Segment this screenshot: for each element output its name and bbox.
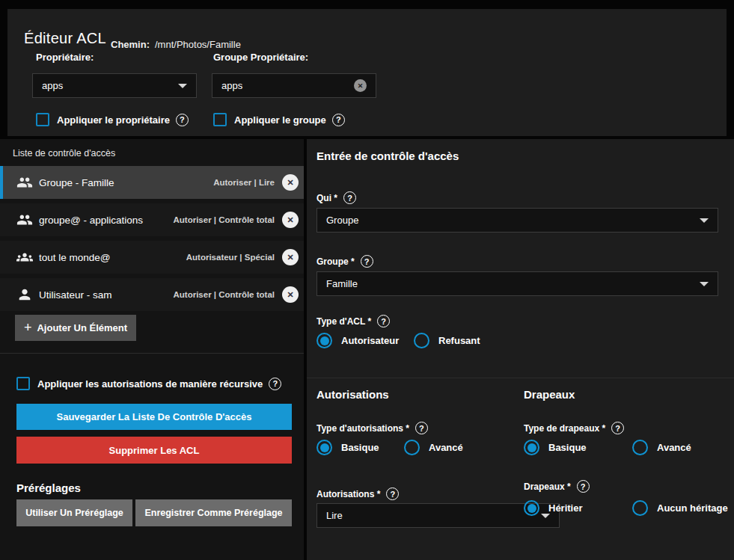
acl-type-label: Type d'ACL * [316, 316, 371, 327]
flags-radio-group: Héritier Aucun héritage [524, 500, 728, 516]
group-label-row: Groupe * ? [316, 255, 373, 268]
owner-select[interactable]: apps [32, 73, 197, 98]
apply-owner-checkbox[interactable] [36, 113, 49, 126]
permissions-type-label: Type d'autorisations * [316, 423, 409, 434]
close-glyph: ✕ [287, 178, 293, 188]
owner-group-input[interactable]: apps ✕ [212, 73, 376, 98]
acl-item-summary: Autoriser | Lire [213, 178, 275, 187]
owner-label: Propriétaire: [36, 52, 94, 63]
permissions-type-label-row: Type d'autorisations * ? [316, 422, 428, 434]
chevron-down-icon [700, 218, 709, 223]
help-icon[interactable]: ? [332, 114, 345, 126]
group-icon [16, 212, 33, 228]
acl-list-item-tout-le-monde[interactable]: tout le monde@ Autorisateur | Spécial ✕ [0, 241, 304, 274]
help-icon[interactable]: ? [611, 422, 624, 434]
path-row: Chemin:/mnt/Photos/Famille [111, 39, 241, 50]
radio-label: Basique [341, 442, 379, 453]
acl-list-item-utilisateur-sam[interactable]: Utilisateur - sam Autoriser | Contrôle t… [0, 278, 304, 311]
user-icon [16, 286, 33, 303]
radio-option-avance[interactable]: Avancé [632, 440, 691, 455]
help-icon[interactable]: ? [361, 255, 373, 268]
save-preset-button[interactable]: Enregistrer Comme Préréglage [135, 499, 292, 526]
radio-option-basique[interactable]: Basique [316, 440, 404, 455]
remove-entry-icon[interactable]: ✕ [282, 286, 299, 303]
use-preset-label: Utiliser Un Préréglage [25, 508, 123, 518]
radio-icon[interactable] [524, 440, 539, 455]
apply-group-row: Appliquer le groupe ? [213, 113, 345, 126]
group-select[interactable]: Famille [316, 271, 718, 296]
radio-icon[interactable] [524, 500, 539, 516]
apply-group-checkbox[interactable] [213, 113, 227, 126]
apply-owner-label: Appliquer le propriétaire [57, 114, 170, 126]
header-card: Éditeur ACL Chemin:/mnt/Photos/Famille P… [7, 9, 727, 136]
help-glyph: ? [615, 424, 620, 433]
save-acl-label: Sauvegarder La Liste De Contrôle D'accès [56, 411, 251, 422]
recursive-checkbox[interactable] [16, 377, 30, 390]
radio-icon[interactable] [404, 440, 420, 455]
permissions-type-radio-group: Basique Avancé [316, 440, 463, 455]
radio-icon[interactable] [632, 440, 648, 455]
help-glyph: ? [419, 424, 424, 433]
recursive-row: Appliquer les autorisations de manière r… [16, 377, 281, 390]
save-acl-button[interactable]: Sauvegarder La Liste De Contrôle D'accès [16, 404, 292, 430]
help-glyph: ? [272, 379, 278, 388]
acl-type-label-row: Type d'ACL * ? [316, 315, 390, 327]
remove-entry-icon[interactable]: ✕ [282, 174, 299, 191]
help-glyph: ? [336, 115, 341, 124]
radio-option-aucun-heritage[interactable]: Aucun héritage [632, 500, 728, 516]
radio-option-basique[interactable]: Basique [524, 440, 632, 455]
help-glyph: ? [581, 482, 586, 491]
radio-label: Autorisateur [341, 335, 399, 346]
group-label: Groupe * [316, 256, 355, 267]
acl-item-summary: Autorisateur | Spécial [186, 253, 275, 262]
help-icon[interactable]: ? [269, 378, 281, 390]
radio-option-autorisateur[interactable]: Autorisateur [316, 333, 414, 348]
remove-entry-icon[interactable]: ✕ [282, 249, 299, 265]
everyone-icon [16, 249, 33, 265]
apply-group-label: Appliquer le groupe [234, 114, 326, 126]
acl-list-item-groupe-applications[interactable]: groupe@ - applications Autoriser | Contr… [0, 203, 304, 236]
help-glyph: ? [347, 194, 352, 203]
chevron-down-icon [700, 282, 709, 286]
group-select-value: Famille [326, 278, 358, 289]
radio-icon[interactable] [632, 500, 648, 516]
use-preset-button[interactable]: Utiliser Un Préréglage [16, 499, 132, 526]
flags-type-label: Type de drapeaux * [524, 423, 605, 434]
acl-list-item-groupe-famille[interactable]: Groupe - Famille Autoriser | Lire ✕ [0, 166, 304, 199]
help-icon[interactable]: ? [343, 191, 356, 204]
help-icon[interactable]: ? [176, 114, 189, 126]
close-glyph: ✕ [287, 215, 293, 225]
acl-item-name: tout le monde@ [39, 252, 111, 263]
radio-icon[interactable] [316, 333, 332, 348]
flags-type-label-row: Type de drapeaux * ? [524, 422, 624, 434]
radio-icon[interactable] [316, 440, 332, 455]
delete-acl-button[interactable]: Supprimer Les ACL [16, 437, 292, 464]
group-icon [16, 174, 33, 191]
ace-panel-divider [307, 378, 734, 378]
acl-list-title: Liste de contrôle d'accès [13, 148, 115, 159]
who-select[interactable]: Groupe [316, 208, 718, 233]
help-icon[interactable]: ? [577, 480, 590, 493]
clear-input-icon[interactable]: ✕ [354, 79, 367, 92]
help-icon[interactable]: ? [386, 487, 399, 500]
help-icon[interactable]: ? [377, 315, 390, 327]
flags-radio-label: Drapeaux * [524, 481, 571, 492]
permissions-select-value: Lire [326, 510, 343, 521]
help-icon[interactable]: ? [415, 422, 428, 434]
help-glyph: ? [381, 317, 386, 326]
acl-list-panel: Liste de contrôle d'accès Groupe - Famil… [0, 139, 304, 560]
recursive-label: Appliquer les autorisations de manière r… [37, 378, 263, 390]
radio-option-heritier[interactable]: Héritier [524, 500, 632, 516]
radio-label: Avancé [429, 442, 463, 453]
help-glyph: ? [180, 115, 185, 124]
radio-option-refusant[interactable]: Refusant [414, 333, 480, 348]
radio-icon[interactable] [414, 333, 429, 348]
radio-option-avance[interactable]: Avancé [404, 440, 463, 455]
close-glyph: ✕ [287, 290, 293, 300]
chevron-down-icon [178, 84, 187, 88]
owner-select-value: apps [42, 80, 63, 91]
add-item-button[interactable]: + Ajouter Un Élément [15, 315, 136, 341]
remove-entry-icon[interactable]: ✕ [282, 212, 299, 228]
ace-panel-title: Entrée de contrôle d'accès [316, 150, 459, 162]
page-title: Éditeur ACL [24, 30, 106, 47]
